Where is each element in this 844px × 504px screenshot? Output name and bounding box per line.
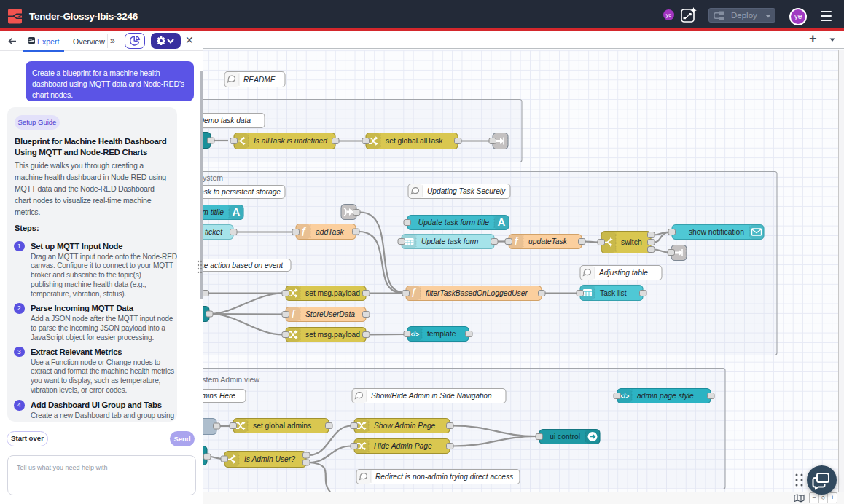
svg-text:show notification: show notification (689, 228, 744, 236)
svg-text:Update task form: Update task form (421, 237, 479, 245)
svg-text:A: A (498, 216, 506, 228)
svg-text:set global.allTask: set global.allTask (386, 137, 443, 145)
svg-text:set msg.payload: set msg.payload (305, 289, 360, 297)
svg-text:set global.admins: set global.admins (253, 422, 311, 430)
svg-text:Is allTask is undefined: Is allTask is undefined (254, 137, 327, 145)
svg-text:addTask: addTask (316, 227, 344, 235)
svg-text:Adjusting table: Adjusting table (598, 269, 648, 277)
svg-text:README: README (243, 75, 276, 83)
svg-text:Take action based on event: Take action based on event (192, 261, 284, 269)
svg-text:filterTaskBasedOnLoggedUser: filterTaskBasedOnLoggedUser (426, 289, 528, 297)
svg-text:Show Admin Page: Show Admin Page (374, 422, 436, 430)
svg-text:Show/Hide Admin in Side Naviga: Show/Hide Admin in Side Navigation (371, 392, 492, 400)
svg-text:A: A (233, 205, 241, 218)
svg-text:Update task form title: Update task form title (418, 218, 490, 227)
svg-text:Redirect is non-admin trying d: Redirect is non-admin trying direct acce… (375, 473, 513, 481)
svg-text:</>: </> (410, 330, 419, 337)
svg-text:Hide Admin Page: Hide Admin Page (374, 442, 432, 450)
svg-text:switch: switch (621, 238, 642, 246)
svg-text:template: template (427, 330, 456, 338)
svg-text:StoreUserData: StoreUserData (305, 310, 355, 318)
svg-text:Is Admin User?: Is Admin User? (244, 455, 295, 463)
svg-text:Demo task data: Demo task data (199, 117, 251, 125)
svg-text:updateTask: updateTask (528, 237, 568, 245)
svg-text:</>: </> (620, 392, 629, 399)
svg-text:set msg.payload: set msg.payload (305, 331, 360, 339)
svg-text:admin page style: admin page style (637, 392, 694, 400)
svg-text:Task list: Task list (600, 288, 627, 296)
svg-text:Updating Task Securely: Updating Task Securely (427, 187, 506, 195)
svg-text:ui control: ui control (550, 433, 580, 441)
